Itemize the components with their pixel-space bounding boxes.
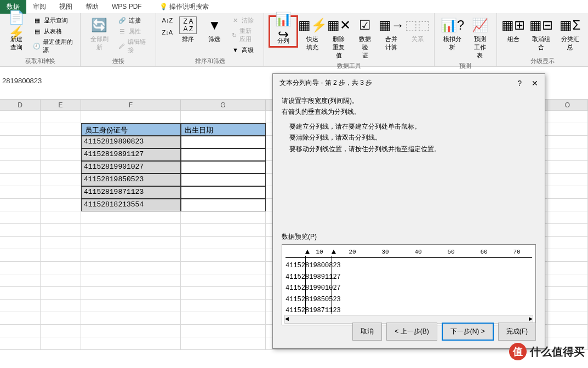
cell[interactable] bbox=[0, 249, 41, 262]
tab-view[interactable]: 视图 bbox=[53, 0, 79, 14]
cell[interactable] bbox=[81, 287, 181, 300]
tab-wps[interactable]: WPS PDF bbox=[105, 1, 149, 13]
refresh-all-button[interactable]: 🔄全部刷新 bbox=[85, 15, 113, 53]
cell[interactable] bbox=[0, 211, 41, 224]
cell[interactable] bbox=[547, 136, 588, 148]
next-button[interactable]: 下一步(N) > bbox=[442, 323, 494, 341]
cell[interactable] bbox=[547, 186, 588, 199]
data-cell[interactable]: 41152819891127 bbox=[81, 148, 181, 161]
cell[interactable] bbox=[181, 337, 266, 350]
close-icon[interactable]: ✕ bbox=[532, 79, 538, 88]
cell[interactable] bbox=[0, 148, 41, 161]
cell[interactable] bbox=[181, 287, 266, 300]
break-line[interactable] bbox=[332, 256, 332, 314]
data-cell[interactable]: 41152819800823 bbox=[81, 136, 181, 148]
cell[interactable] bbox=[181, 312, 266, 325]
cell[interactable] bbox=[41, 211, 81, 224]
cell[interactable] bbox=[0, 312, 41, 325]
data-cell[interactable]: 41152819850523 bbox=[81, 174, 181, 186]
text-to-columns-button[interactable]: 📊↪分列 bbox=[271, 17, 295, 46]
cell[interactable] bbox=[41, 111, 81, 123]
flash-fill-button[interactable]: ▦⚡快速填充 bbox=[300, 15, 324, 53]
whatif-button[interactable]: 📊?模拟分析 bbox=[439, 15, 465, 53]
cell[interactable] bbox=[0, 199, 41, 211]
cell[interactable] bbox=[181, 325, 266, 337]
data-cell[interactable] bbox=[181, 161, 266, 174]
group-button[interactable]: ▦⊞组合 bbox=[501, 15, 526, 44]
break-line[interactable] bbox=[305, 256, 306, 314]
cell[interactable] bbox=[41, 325, 81, 337]
col-header-F[interactable]: F bbox=[81, 100, 181, 110]
col-header-E[interactable]: E bbox=[41, 100, 81, 110]
cell[interactable] bbox=[0, 287, 41, 300]
cell[interactable] bbox=[0, 111, 41, 123]
data-cell[interactable] bbox=[181, 174, 266, 186]
clear-filter-button[interactable]: ✕清除 bbox=[229, 15, 259, 25]
cell[interactable] bbox=[547, 325, 588, 337]
reapply-button[interactable]: ↻重新应用 bbox=[229, 26, 259, 44]
from-table-button[interactable]: ▤从表格 bbox=[31, 26, 76, 36]
cell[interactable] bbox=[0, 274, 41, 287]
cell[interactable] bbox=[41, 262, 81, 274]
sort-za-button[interactable]: Z↓A bbox=[161, 27, 174, 37]
cancel-button[interactable]: 取消 bbox=[352, 323, 382, 341]
data-cell[interactable]: 41152819871123 bbox=[81, 186, 181, 199]
cell[interactable] bbox=[0, 237, 41, 249]
cell[interactable] bbox=[547, 312, 588, 325]
cell[interactable] bbox=[0, 262, 41, 274]
cell[interactable] bbox=[547, 287, 588, 300]
cell[interactable] bbox=[41, 123, 81, 136]
properties-button[interactable]: ☰属性 bbox=[116, 26, 151, 36]
col-header-O[interactable]: O bbox=[547, 100, 588, 110]
col-header-D[interactable]: D bbox=[0, 100, 41, 110]
remove-duplicates-button[interactable]: ▦✕删除 重复值 bbox=[327, 15, 351, 61]
cell[interactable] bbox=[41, 224, 81, 237]
cell[interactable] bbox=[181, 211, 266, 224]
relationships-button[interactable]: ⬚⬚关系 bbox=[406, 15, 430, 44]
cell[interactable] bbox=[181, 224, 266, 237]
cell[interactable] bbox=[547, 148, 588, 161]
tab-search[interactable]: 💡 操作说明搜索 bbox=[153, 0, 215, 14]
header-cell[interactable]: 员工身份证号 bbox=[81, 123, 181, 136]
data-cell[interactable] bbox=[181, 186, 266, 199]
cell[interactable] bbox=[547, 174, 588, 186]
cell[interactable] bbox=[181, 249, 266, 262]
cell[interactable] bbox=[547, 111, 588, 123]
cell[interactable] bbox=[547, 262, 588, 274]
cell[interactable] bbox=[41, 274, 81, 287]
cell[interactable] bbox=[547, 300, 588, 312]
tab-review[interactable]: 审阅 bbox=[26, 0, 53, 14]
cell[interactable] bbox=[41, 136, 81, 148]
cell[interactable] bbox=[81, 224, 181, 237]
cell[interactable] bbox=[547, 249, 588, 262]
cell[interactable] bbox=[0, 300, 41, 312]
filter-button[interactable]: ▼筛选 bbox=[202, 15, 226, 44]
cell[interactable] bbox=[181, 262, 266, 274]
cell[interactable] bbox=[547, 211, 588, 224]
connections-button[interactable]: 🔗连接 bbox=[116, 15, 151, 25]
subtotal-button[interactable]: ▦Σ分类汇总 bbox=[557, 15, 584, 53]
cell[interactable] bbox=[41, 300, 81, 312]
show-queries-button[interactable]: ▦显示查询 bbox=[31, 15, 76, 25]
cell[interactable] bbox=[0, 186, 41, 199]
edit-links-button[interactable]: 🖉编辑链接 bbox=[116, 37, 151, 55]
tab-help[interactable]: 帮助 bbox=[79, 0, 105, 14]
cell[interactable] bbox=[181, 300, 266, 312]
cell[interactable] bbox=[41, 161, 81, 174]
cell[interactable] bbox=[547, 237, 588, 249]
cell[interactable] bbox=[41, 174, 81, 186]
cell[interactable] bbox=[81, 337, 181, 350]
cell[interactable] bbox=[0, 136, 41, 148]
cell[interactable] bbox=[81, 300, 181, 312]
cell[interactable] bbox=[547, 199, 588, 211]
cell[interactable] bbox=[81, 274, 181, 287]
cell[interactable] bbox=[181, 111, 266, 123]
cell[interactable] bbox=[81, 211, 181, 224]
cell[interactable] bbox=[81, 262, 181, 274]
cell[interactable] bbox=[41, 337, 81, 350]
cell[interactable] bbox=[41, 312, 81, 325]
cell[interactable] bbox=[41, 199, 81, 211]
cell[interactable] bbox=[41, 287, 81, 300]
cell[interactable] bbox=[81, 237, 181, 249]
dialog-titlebar[interactable]: 文本分列向导 - 第 2 步，共 3 步 ? ✕ bbox=[273, 74, 545, 92]
